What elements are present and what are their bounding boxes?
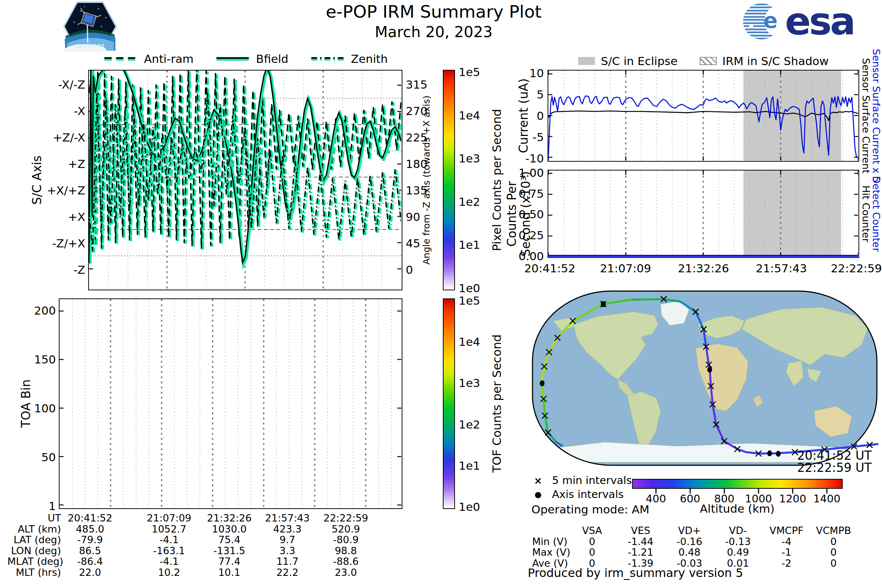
ephemeris-cell: 1052.7 — [152, 524, 186, 535]
voltage-column-header: VD- — [729, 525, 747, 536]
counts-plot — [548, 170, 859, 258]
operating-mode: Operating mode: AM — [531, 503, 650, 516]
alt-tick-label: 1400 — [813, 492, 840, 505]
legend-item-zenith: Zenith — [310, 52, 388, 65]
voltage-column-header: VMCPF — [770, 525, 803, 536]
ephemeris-cell: 23.0 — [335, 567, 357, 578]
voltage-cell: -1 — [782, 546, 792, 558]
esa-wordmark: esa — [785, 2, 854, 40]
ephemeris-cell: 3.3 — [280, 545, 296, 556]
eclipse-label: S/C in Eclipse — [601, 54, 678, 68]
ephemeris-cell: 520.9 — [332, 524, 360, 535]
pixel-colorbar — [443, 70, 455, 290]
voltage-cell: 0.49 — [727, 546, 749, 558]
voltage-cell: 0 — [830, 558, 836, 569]
ephemeris-cell: -4.1 — [159, 556, 179, 567]
tof-colorbar-label: TOF Counts per Second — [490, 334, 504, 472]
sensor-current-label: Sensor Surface Current — [860, 58, 872, 174]
voltage-cell: -4 — [782, 536, 792, 547]
voltage-cell: -1.21 — [628, 546, 653, 558]
x-marker-label: 5 min intervals — [552, 474, 632, 487]
eclipse-legend: S/C in Eclipse IRM in S/C Shadow — [548, 54, 859, 68]
right-xtick: 21:57:43 — [756, 262, 807, 275]
colorbar-tick: 1e4 — [459, 335, 480, 348]
counts-tick: 0.00 — [509, 249, 544, 263]
toa-tick: 150 — [15, 353, 56, 366]
ephemeris-cell: 9.7 — [280, 534, 296, 545]
colorbar-tick: 1e4 — [459, 109, 480, 122]
ephemeris-cell: 21:32:26 — [207, 512, 251, 524]
ephemeris-cell: 485.0 — [76, 524, 104, 535]
voltage-cell: -2 — [782, 558, 792, 569]
alt-tick-label: 400 — [646, 492, 666, 505]
ephemeris-cell: 11.7 — [276, 556, 298, 567]
mission-patch: CASSIOPE — [63, 1, 117, 52]
angle-tick: 0 — [406, 263, 439, 276]
angle-axis-label: Angle from -Z axis (towards +X axis) — [421, 96, 432, 265]
sc-axis-tick: -Z — [22, 263, 85, 276]
x-marker-icon: × — [534, 475, 542, 486]
ephemeris-cell: 10.2 — [158, 567, 180, 578]
right-xtick: 20:41:52 — [524, 262, 575, 275]
colorbar-tick: 1e1 — [459, 238, 480, 251]
shadow-legend-item: IRM in S/C Shadow — [700, 54, 829, 68]
voltage-row-label: Max (V) — [532, 546, 570, 558]
colorbar-tick: 1e0 — [459, 282, 480, 295]
toa-bin-plot — [59, 298, 402, 509]
voltage-cell: 0 — [589, 536, 595, 547]
esa-globe-icon: e — [743, 3, 780, 39]
toa-tick: 50 — [15, 450, 56, 464]
colorbar-tick: 1e3 — [459, 152, 480, 165]
right-xtick: 22:22:59 — [831, 262, 882, 275]
voltage-cell: 0.48 — [678, 546, 700, 558]
counts-tick: 1.00 — [509, 166, 544, 179]
map-time-end: 22:22:59 UT — [757, 460, 872, 475]
hit-counter-label: Hit Counter — [860, 186, 872, 243]
current-tick: -5 — [509, 130, 544, 144]
legend-item-anti-ram: Anti-ram — [103, 52, 194, 65]
colorbar-tick: 1e3 — [459, 376, 480, 390]
ephemeris-cell: 22.2 — [276, 567, 298, 578]
page-date: March 20, 2023 — [243, 23, 625, 41]
toa-tick: 1 — [15, 500, 56, 513]
current-plot — [548, 70, 859, 162]
ephemeris-cell: 98.8 — [335, 545, 357, 556]
legend-label: Anti-ram — [144, 52, 194, 65]
voltage-row-label: Min (V) — [532, 536, 567, 547]
svg-text:CASSIOPE: CASSIOPE — [75, 44, 105, 48]
colorbar-tick: 1e2 — [459, 195, 480, 208]
counts-tick: 0.25 — [509, 229, 544, 242]
right-xtick: 21:07:09 — [600, 262, 651, 275]
ephemeris-cell: -79.9 — [77, 534, 103, 545]
sc-axis-tick: -X — [22, 104, 85, 118]
angle-tick: 315 — [406, 78, 439, 91]
legend-label: Zenith — [351, 52, 388, 65]
voltage-cell: 0 — [830, 546, 836, 558]
cassiope-patch-icon: CASSIOPE — [63, 1, 117, 52]
ephemeris-cell: 22.0 — [79, 567, 101, 578]
sc-axis-tick: +X/+Z — [22, 184, 85, 197]
current-tick: -10 — [509, 152, 544, 165]
ephemeris-cell: -131.5 — [213, 545, 245, 556]
sc-axis-plot — [88, 70, 402, 290]
voltage-column-header: VSA — [582, 525, 602, 536]
ephemeris-cell: 75.4 — [218, 534, 240, 545]
sensor-current-x5-label: Sensor Surface Current x 5 — [871, 49, 882, 183]
voltage-cell: -1.44 — [628, 536, 653, 547]
shadow-swatch-icon — [700, 57, 717, 65]
pixel-colorbar-label: Pixel Counts per Second — [490, 109, 504, 251]
eclipse-legend-item: S/C in Eclipse — [578, 54, 678, 68]
tof-colorbar — [443, 298, 455, 509]
colorbar-tick: 1e5 — [459, 65, 480, 79]
colorbar-tick: 1e1 — [459, 459, 480, 472]
altitude-label: Altitude (km) — [682, 502, 792, 515]
ephemeris-cell: 22:22:59 — [323, 512, 368, 524]
ephemeris-cell: -88.6 — [333, 556, 358, 567]
epop-irm-summary-figure: { "header": { "title": "e-POP IRM Summar… — [0, 0, 882, 588]
toa-tick: 100 — [15, 402, 56, 415]
ephemeris-cell: 10.1 — [218, 567, 240, 578]
produced-by: Produced by irm_summary version 5 — [528, 566, 743, 580]
voltage-column-header: VCMPB — [816, 525, 851, 536]
ephemeris-row-label: MLT (hrs) — [8, 567, 61, 578]
sc-axis-tick: -X/-Z — [22, 78, 85, 91]
